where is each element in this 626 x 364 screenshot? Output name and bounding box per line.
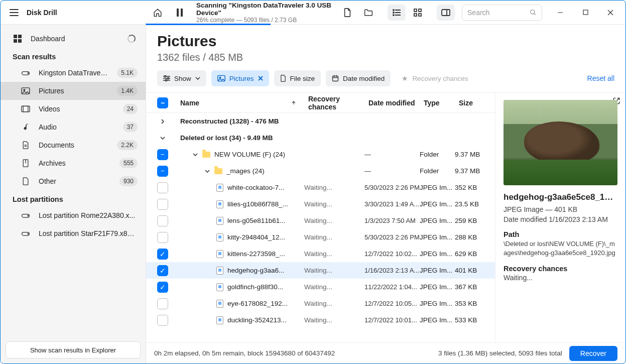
sidebar-item-audio[interactable]: Audio37 [1, 118, 146, 136]
chevron-down-icon[interactable] [204, 168, 210, 174]
search-icon [530, 9, 537, 16]
row-checkbox[interactable]: ✓ [157, 249, 168, 260]
col-date[interactable]: Date modified [364, 99, 420, 107]
sidebar-item-videos[interactable]: Videos24 [1, 100, 146, 118]
row-checkbox[interactable] [157, 298, 168, 309]
main-panel: Pictures 1362 files / 485 MB Show Pictur… [146, 25, 625, 363]
table-file-row[interactable]: eye-6178082_192...Waiting...12/7/2022 10… [146, 295, 495, 312]
table-file-row[interactable]: kitty-2948404_12...Waiting...5/30/2023 2… [146, 229, 495, 246]
row-type: JPEG Im... [420, 200, 455, 208]
select-all-checkbox[interactable]: − [157, 97, 168, 108]
show-in-explorer-button[interactable]: Show scan results in Explorer [6, 341, 141, 358]
chevron-down-icon[interactable] [157, 135, 168, 141]
sidebar-item-archives[interactable]: Archives555 [1, 154, 146, 172]
titlebar: Disk Drill Scanning "Kingston DataTravel… [1, 1, 625, 25]
row-size: 533 KB [455, 316, 490, 324]
filter-show[interactable]: Show [157, 70, 206, 86]
recover-button[interactable]: Recover [569, 346, 617, 361]
svg-point-6 [393, 15, 394, 16]
reset-all-link[interactable]: Reset all [587, 74, 614, 82]
svg-point-44 [165, 79, 167, 81]
row-checkbox[interactable] [157, 315, 168, 326]
row-date: 1/3/2023 7:50 AM [364, 217, 420, 224]
sidebar-lost-partition[interactable]: Lost partition StarF21F79.x86_... [1, 224, 146, 242]
drive-icon [21, 230, 31, 237]
sidebar-item-documents[interactable]: Documents2.2K [1, 136, 146, 154]
row-checkbox[interactable]: − [157, 166, 168, 177]
row-checkbox[interactable]: ✓ [157, 282, 168, 293]
chevron-down-icon[interactable] [192, 152, 198, 158]
col-size[interactable]: Size [455, 99, 490, 107]
folder-icon-button[interactable] [359, 5, 378, 21]
close-button[interactable] [599, 5, 621, 21]
row-checkbox[interactable]: − [157, 149, 168, 160]
row-date: 1/16/2023 2:13 A... [364, 267, 420, 274]
col-type[interactable]: Type [420, 99, 455, 107]
table-file-row[interactable]: lens-g05e811b61...Waiting...1/3/2023 7:5… [146, 212, 495, 229]
table-folder-row[interactable]: −NEW VOLUME (F) (24)—Folder9.37 MB [146, 146, 495, 163]
table-group-row[interactable]: Deleted or lost (34) - 9.49 MB [146, 130, 495, 146]
filter-pictures-active[interactable]: Pictures [211, 70, 269, 86]
row-date: — [364, 167, 420, 175]
filter-file-size[interactable]: File size [274, 70, 321, 86]
row-date: 12/7/2022 10:01... [364, 316, 420, 324]
sidebar-lost-partition[interactable]: Lost partition Rome22A380.x... [1, 206, 146, 224]
drive-icon [21, 212, 31, 219]
col-name[interactable]: Name [176, 99, 304, 107]
pause-button[interactable] [172, 5, 187, 21]
table-folder-row[interactable]: −_mages (24)—Folder9.37 MB [146, 163, 495, 179]
row-type: JPEG Im... [420, 184, 455, 191]
table-file-row[interactable]: duckling-3524213...Waiting...12/7/2022 1… [146, 312, 495, 328]
row-checkbox[interactable]: ✓ [157, 265, 168, 276]
sidebar-item-other[interactable]: Other930 [1, 172, 146, 190]
preview-path: \Deleted or lost\NEW VOLUME (F)\_mages\h… [504, 239, 617, 258]
preview-filename: hedgehog-g3aa6e5ce8_192... [504, 192, 617, 202]
svg-rect-28 [22, 106, 30, 111]
maximize-button[interactable] [574, 5, 596, 21]
preview-type-size: JPEG Image — 401 KB [504, 205, 617, 213]
sidebar-item-badge: 2.2K [117, 140, 138, 150]
toggle-preview-button[interactable] [437, 5, 455, 21]
menu-icon[interactable] [10, 9, 19, 16]
view-grid-button[interactable] [409, 5, 427, 21]
filter-recovery-chances[interactable]: ★ Recovery chances [396, 70, 474, 86]
table-file-row[interactable]: ✓kittens-2273598_...Waiting...12/7/2022 … [146, 246, 495, 262]
row-size: 288 KB [455, 233, 490, 241]
row-date: 3/30/2023 1:49 A... [364, 200, 420, 208]
row-name: lens-g05e811b61... [227, 217, 304, 224]
row-checkbox[interactable] [157, 182, 168, 193]
folder-icon [202, 152, 210, 158]
row-size: 401 KB [455, 267, 490, 274]
view-list-button[interactable] [388, 5, 406, 21]
close-icon[interactable] [258, 76, 263, 81]
table-file-row[interactable]: lilies-g10b86f788_...Waiting...3/30/2023… [146, 196, 495, 212]
star-icon: ★ [402, 74, 408, 82]
chevron-right-icon[interactable] [157, 118, 168, 125]
filter-date-modified[interactable]: Date modified [326, 70, 391, 86]
sidebar-item-kingston-datatraveler-3-[interactable]: Kingston DataTraveler 3....5.1K [1, 64, 146, 82]
table-file-row[interactable]: ✓goldfinch-g88f30...Waiting...11/22/2022… [146, 279, 495, 295]
row-name: white-cockatoo-7... [227, 184, 304, 191]
table-file-row[interactable]: ✓hedgehog-g3aa6...Waiting...1/16/2023 2:… [146, 262, 495, 279]
sidebar-dashboard[interactable]: Dashboard [1, 30, 146, 48]
minimize-button[interactable] [549, 5, 571, 21]
row-recovery: Waiting... [304, 233, 364, 241]
table-group-row[interactable]: Reconstructed (1328) - 476 MB [146, 113, 495, 130]
table-file-row[interactable]: white-cockatoo-7...Waiting...5/30/2023 2… [146, 179, 495, 196]
row-checkbox[interactable] [157, 199, 168, 210]
sidebar-item-label: Other [39, 177, 111, 185]
sidebar-item-pictures[interactable]: Pictures1.4K [1, 82, 146, 100]
row-name: kitty-2948404_12... [227, 233, 304, 241]
row-checkbox[interactable] [157, 232, 168, 243]
col-recovery[interactable]: Recovery chances [304, 95, 364, 111]
home-button[interactable] [150, 5, 165, 21]
row-size: 629 KB [455, 250, 490, 258]
file-icon-button[interactable] [338, 5, 356, 21]
row-checkbox[interactable] [157, 215, 168, 226]
svg-point-14 [531, 10, 535, 14]
svg-point-46 [219, 77, 220, 78]
row-size: 259 KB [455, 217, 490, 224]
svg-rect-17 [583, 10, 588, 15]
file-jpeg-icon [216, 217, 223, 225]
search-input[interactable]: Search [462, 5, 542, 21]
